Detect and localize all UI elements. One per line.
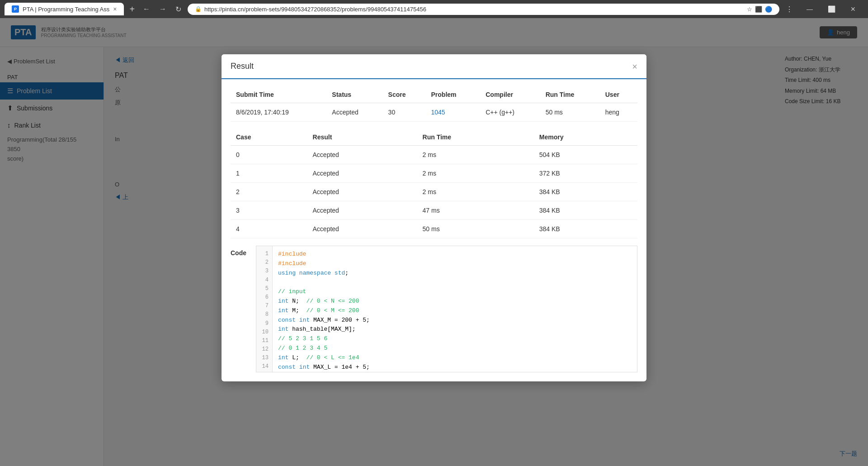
code-line [278, 278, 632, 287]
tab-close-button[interactable]: × [113, 5, 117, 13]
code-content: #include #include using namespace std; /… [273, 246, 637, 372]
code-line: int M; // 0 < M <= 200 [278, 306, 632, 316]
case-number: 2 [231, 183, 307, 201]
minimize-button[interactable]: — [799, 2, 820, 16]
code-label: Code [231, 246, 249, 257]
code-section: Code 1234567891011121314151617181920 #in… [231, 246, 637, 372]
modal-header: Result × [222, 54, 646, 79]
case-number: 4 [231, 220, 307, 238]
line-number: 8 [256, 310, 272, 319]
code-line: // input [278, 287, 632, 297]
line-number: 1 [256, 250, 272, 258]
case-number: 1 [231, 164, 307, 183]
case-row: 3 Accepted 47 ms 384 KB [231, 201, 637, 220]
code-line: #include [278, 250, 632, 259]
reload-button[interactable]: ↻ [173, 4, 184, 14]
extension-icon-1[interactable]: ⬛ [755, 6, 762, 13]
code-line: const int MAX_M = 200 + 5; [278, 316, 632, 325]
forward-button[interactable]: → [156, 4, 169, 14]
col-status: Status [326, 86, 382, 103]
case-result: Accepted [307, 220, 417, 238]
line-numbers: 1234567891011121314151617181920 [256, 246, 273, 372]
case-run-time: 2 ms [417, 146, 534, 164]
bookmark-icon[interactable]: ☆ [747, 6, 752, 13]
cell-user: heng [600, 103, 637, 122]
code-line: int L; // 0 < L <= 1e4 [278, 353, 632, 363]
cell-problem: 1045 [426, 103, 481, 122]
col-compiler: Compiler [480, 86, 540, 103]
cell-status: Accepted [326, 103, 382, 122]
modal-close-button[interactable]: × [632, 62, 637, 71]
case-col-memory: Memory [534, 129, 637, 146]
case-result: Accepted [307, 146, 417, 164]
case-run-time: 2 ms [417, 164, 534, 183]
case-row: 4 Accepted 50 ms 384 KB [231, 220, 637, 238]
case-memory: 384 KB [534, 201, 637, 220]
col-problem: Problem [426, 86, 481, 103]
code-line: // 0 1 2 3 4 5 [278, 344, 632, 353]
case-col-result: Result [307, 129, 417, 146]
tab-title: PTA | Programming Teaching Ass [23, 6, 109, 13]
line-number: 14 [256, 362, 272, 371]
maximize-button[interactable]: ⬜ [821, 2, 842, 16]
case-memory: 372 KB [534, 164, 637, 183]
modal-title: Result [231, 62, 254, 71]
cell-run-time: 50 ms [540, 103, 600, 122]
result-row: 8/6/2019, 17:40:19 Accepted 30 1045 C++ … [231, 103, 637, 122]
line-number: 10 [256, 328, 272, 337]
result-table: Submit Time Status Score Problem Compile… [231, 86, 637, 122]
tab-favicon: P [12, 5, 19, 13]
code-line: int hash_table[MAX_M]; [278, 325, 632, 334]
line-number: 9 [256, 319, 272, 328]
browser-nav-controls: ← → ↻ [140, 4, 184, 14]
cell-compiler: C++ (g++) [480, 103, 540, 122]
browser-chrome: P PTA | Programming Teaching Ass × + ← →… [0, 0, 868, 18]
url-text: https://pintia.cn/problem-sets/994805342… [204, 6, 744, 13]
result-modal: Result × Submit Time Status Score Proble… [222, 54, 646, 381]
case-memory: 384 KB [534, 220, 637, 238]
code-line: const int MAX_L = 1e4 + 5; [278, 363, 632, 372]
line-number: 12 [256, 345, 272, 354]
address-bar[interactable]: 🔒 https://pintia.cn/problem-sets/9948053… [188, 4, 779, 15]
line-number: 15 [256, 371, 272, 372]
case-run-time: 2 ms [417, 183, 534, 201]
case-run-time: 50 ms [417, 220, 534, 238]
line-number: 11 [256, 337, 272, 345]
extensions-button[interactable]: ⋮ [783, 4, 796, 14]
case-memory: 504 KB [534, 146, 637, 164]
code-line: #include [278, 259, 632, 269]
window-controls: — ⬜ ✕ [799, 2, 863, 16]
code-lines: 1234567891011121314151617181920 #include… [256, 246, 637, 372]
code-line: int N; // 0 < N <= 200 [278, 297, 632, 306]
case-row: 0 Accepted 2 ms 504 KB [231, 146, 637, 164]
line-number: 7 [256, 302, 272, 310]
back-button[interactable]: ← [140, 4, 153, 14]
code-line: // 5 2 3 1 5 6 [278, 334, 632, 344]
col-submit-time: Submit Time [231, 86, 326, 103]
case-result: Accepted [307, 164, 417, 183]
line-number: 6 [256, 293, 272, 302]
browser-tab[interactable]: P PTA | Programming Teaching Ass × [5, 3, 124, 15]
lock-icon: 🔒 [195, 6, 202, 12]
line-number: 2 [256, 258, 272, 267]
line-number: 5 [256, 285, 272, 293]
case-col-run-time: Run Time [417, 129, 534, 146]
case-result: Accepted [307, 201, 417, 220]
modal-overlay[interactable]: Result × Submit Time Status Score Proble… [0, 18, 868, 466]
case-memory: 384 KB [534, 183, 637, 201]
cases-table: Case Result Run Time Memory 0 Accepted 2… [231, 129, 637, 238]
close-window-button[interactable]: ✕ [843, 2, 863, 16]
problem-link[interactable]: 1045 [431, 109, 445, 116]
line-number: 3 [256, 267, 272, 276]
browser-action-buttons: ⋮ [783, 4, 796, 14]
case-result: Accepted [307, 183, 417, 201]
line-number: 4 [256, 276, 272, 285]
code-line: using namespace std; [278, 269, 632, 278]
code-line: int colors[MAX_L]; [278, 372, 632, 372]
extension-icon-2[interactable]: 🔵 [765, 6, 772, 13]
case-number: 3 [231, 201, 307, 220]
case-col-case: Case [231, 129, 307, 146]
case-number: 0 [231, 146, 307, 164]
code-editor[interactable]: 1234567891011121314151617181920 #include… [256, 246, 637, 372]
new-tab-button[interactable]: + [127, 4, 137, 14]
